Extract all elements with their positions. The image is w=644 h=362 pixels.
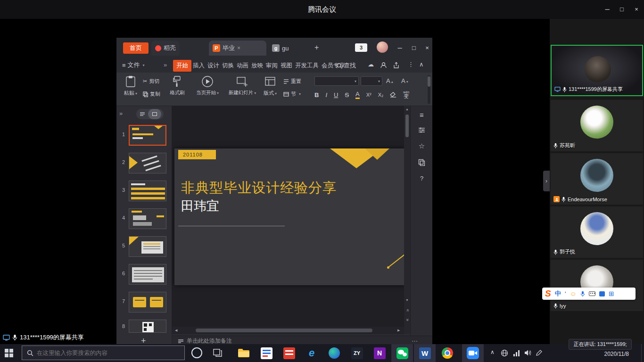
menu-item-devtools[interactable]: 开发工具 — [294, 62, 320, 70]
taskbar-app-chrome[interactable] — [437, 344, 458, 362]
slide-row-4[interactable]: 4 — [116, 208, 172, 229]
slide-thumbnail[interactable] — [129, 125, 166, 146]
slide-row-3[interactable]: 3 — [116, 181, 172, 201]
share-icon[interactable] — [393, 62, 400, 69]
vertical-scrollbar[interactable]: ▲ ▼ » » — [404, 106, 410, 334]
file-menu[interactable]: ≡ 文件 ▾ — [122, 61, 145, 69]
font-name-combo[interactable]: ▾ — [314, 76, 359, 86]
pane-favorites-icon[interactable]: ☆ — [411, 142, 433, 150]
panel-collapse-handle[interactable]: › — [543, 171, 550, 191]
pane-clipboard-icon[interactable] — [418, 159, 425, 166]
menu-overflow-icon[interactable]: » — [164, 61, 167, 68]
task-view-button[interactable] — [213, 349, 222, 357]
slide-row-1[interactable]: 1 — [116, 125, 172, 146]
slide-author[interactable]: 田玮宜 — [181, 197, 219, 214]
taskbar-date[interactable]: 2020/11/8 — [598, 351, 629, 357]
slide-thumbnail[interactable] — [129, 264, 166, 285]
slide-title[interactable]: 非典型毕业设计经验分享 — [181, 179, 337, 197]
font-color-button[interactable]: A — [355, 90, 360, 99]
scroll-up-icon[interactable]: ▲ — [404, 107, 410, 111]
reset-button[interactable]: 重置 — [283, 78, 301, 85]
slide-row-2[interactable]: 2 — [116, 153, 172, 173]
superscript-button[interactable]: X² — [366, 92, 372, 98]
expand-panel-icon[interactable]: » — [119, 110, 123, 117]
layout-button[interactable]: 版式▾ — [259, 75, 281, 97]
punctuation-icon[interactable]: ’ — [565, 290, 566, 297]
slide-thumbnail[interactable] — [129, 320, 166, 333]
search-input[interactable] — [37, 350, 169, 356]
pane-settings-icon[interactable] — [418, 127, 425, 133]
taskbar-app-word[interactable]: W — [414, 344, 436, 362]
skin-icon[interactable] — [599, 291, 605, 296]
taskbar-app-ie[interactable]: e — [301, 344, 322, 362]
menu-item-design[interactable]: 设计 — [206, 62, 221, 70]
network-icon[interactable] — [501, 349, 508, 357]
taskbar-app-wechat[interactable] — [391, 344, 413, 362]
close-button[interactable]: × — [630, 4, 643, 15]
slide-thumbnail[interactable] — [129, 236, 166, 257]
slide-thumbnail[interactable] — [129, 153, 166, 173]
sogou-logo-icon[interactable]: S — [545, 288, 551, 299]
font-size-combo[interactable]: ▾ — [361, 76, 382, 86]
bold-button[interactable]: B — [314, 91, 319, 99]
document-tab-active[interactable]: P 毕业 × — [209, 41, 266, 56]
participant-tile[interactable]: 苏苑昕 — [551, 100, 643, 151]
scroll-down-icon[interactable]: ▼ — [404, 298, 410, 302]
taskbar-app-zy[interactable]: ZY — [346, 344, 368, 362]
language-mode-icon[interactable]: 中 — [555, 289, 561, 298]
taskbar-app-edge[interactable] — [323, 344, 345, 362]
play-from-current-button[interactable]: 当页开始▾ — [194, 75, 221, 96]
pane-help-icon[interactable]: ? — [411, 175, 433, 182]
horizontal-scrollbar[interactable]: ◀ ▶ — [172, 327, 404, 334]
ribbon-scrollbar[interactable] — [428, 75, 430, 104]
participant-tile[interactable]: lyy — [551, 260, 643, 311]
account-icon[interactable] — [380, 62, 387, 69]
slide-canvas[interactable]: 201108 非典型毕业设计经验分享 田玮宜 — [174, 148, 405, 285]
scroll-right-icon[interactable]: ▶ — [397, 329, 400, 332]
wps-minimize-button[interactable]: ─ — [394, 42, 406, 54]
message-badge[interactable]: 3 — [355, 43, 367, 52]
thumbnail-view-icon[interactable] — [148, 109, 161, 119]
taskbar-app-red[interactable] — [278, 344, 300, 362]
taskbar-search[interactable] — [22, 346, 185, 360]
slide-date-tag[interactable]: 201108 — [178, 150, 216, 159]
paste-button[interactable]: 粘贴▾ — [124, 75, 137, 97]
volume-icon[interactable] — [524, 349, 532, 356]
panel-view-toggle[interactable] — [136, 109, 164, 119]
document-tab[interactable]: g gu — [268, 41, 292, 56]
slide-row-5[interactable]: 5 — [116, 236, 172, 257]
signal-icon[interactable] — [513, 350, 520, 356]
strikethrough-button[interactable]: S — [345, 91, 349, 99]
slide-row-6[interactable]: 6 — [116, 264, 172, 285]
menu-item-insert[interactable]: 插入 — [191, 62, 206, 70]
next-slide-icon[interactable]: » — [405, 317, 410, 323]
maximize-button[interactable]: □ — [616, 4, 628, 15]
pen-icon[interactable] — [536, 350, 542, 356]
previous-slide-icon[interactable]: » — [405, 307, 410, 313]
emoji-icon[interactable]: ☺ — [570, 290, 577, 297]
menu-item-review[interactable]: 审阅 — [264, 62, 279, 70]
increase-font-button[interactable]: A▴ — [386, 77, 393, 84]
horizontal-scroll-thumb[interactable] — [196, 329, 372, 332]
format-painter-button[interactable]: 格式刷 — [166, 75, 188, 96]
pane-list-icon[interactable]: ≡ — [411, 111, 433, 119]
slide-thumbnail[interactable] — [129, 208, 166, 229]
slide-row-8[interactable]: 8 — [116, 320, 172, 333]
cut-button[interactable]: ✂ 剪切 — [143, 78, 159, 85]
scroll-left-icon[interactable]: ◀ — [175, 329, 177, 332]
participant-tile[interactable]: 郭子悦 — [551, 206, 643, 258]
italic-button[interactable]: I — [325, 91, 327, 99]
search-box[interactable]: 查找 — [336, 61, 356, 70]
decrease-font-button[interactable]: A▾ — [401, 77, 408, 84]
notes-more-icon[interactable]: ⋯ — [412, 337, 418, 345]
wps-close-button[interactable]: × — [421, 42, 433, 54]
taskbar-app-onenote[interactable]: N — [369, 344, 390, 362]
vertical-scroll-thumb[interactable] — [405, 115, 409, 137]
toolbox-icon[interactable]: ⊞ — [609, 290, 614, 297]
show-desktop-button[interactable] — [641, 344, 644, 362]
underline-button[interactable]: U — [334, 91, 338, 99]
minimize-button[interactable]: ─ — [601, 4, 613, 15]
keyboard-icon[interactable] — [589, 291, 595, 296]
start-button[interactable] — [5, 349, 13, 357]
menu-item-view[interactable]: 视图 — [279, 62, 294, 70]
